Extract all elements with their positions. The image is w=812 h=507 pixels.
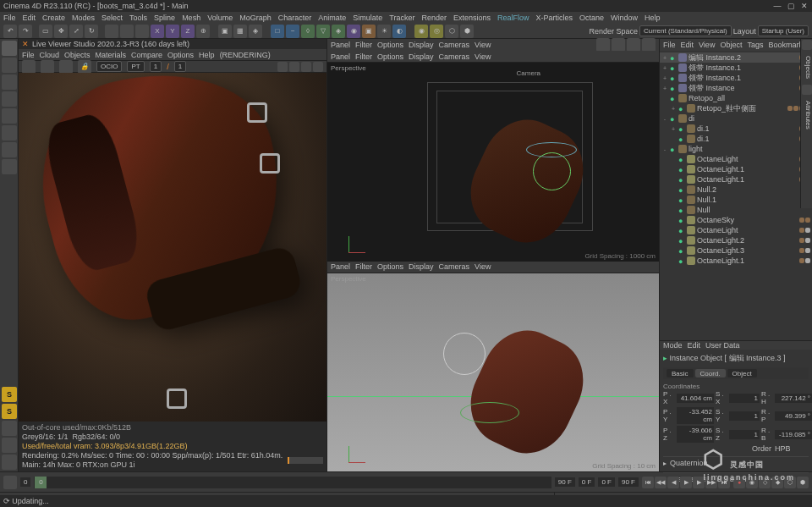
generator-button[interactable]: ▽ [316,25,330,38]
visibility-icon[interactable]: ● [670,64,677,71]
lv-value[interactable]: 1 [174,61,186,72]
octane-button[interactable]: ◉ [414,25,428,38]
vp-menu-item[interactable]: Panel [331,262,350,271]
lv-menu-item[interactable]: Cloud [40,51,60,59]
xyz-tool[interactable]: Z [181,25,195,38]
visibility-icon[interactable]: ● [670,95,677,102]
snap-button[interactable] [2,438,17,453]
obj-menu-item[interactable]: File [663,41,676,49]
edge-mode-button[interactable] [2,108,17,124]
model-mode-button[interactable] [2,41,17,56]
lv-icon[interactable] [289,62,299,72]
lv-value[interactable]: 1 [150,61,162,72]
octane-button[interactable]: ◎ [430,25,443,38]
next-frame-button[interactable]: ▶ [693,477,705,488]
attributes-tab[interactable]: Attributes [801,97,812,133]
visibility-icon[interactable]: ● [678,156,685,163]
tree-row[interactable]: ●OctaneLight [660,154,812,164]
visibility-icon[interactable]: ● [678,176,685,183]
lv-menu-item[interactable]: (RENDERING) [220,51,271,59]
vp-menu-item[interactable]: Options [377,262,403,271]
goto-end-button[interactable]: ⏭ [718,477,730,488]
menu-edit[interactable]: Edit [23,14,36,22]
xyz-tool[interactable]: X [151,25,164,38]
lv-dropdown[interactable]: OCIO [96,61,122,72]
lv-menu-item[interactable]: Objects [64,51,91,59]
obj-menu-item[interactable]: Object [720,41,742,49]
autokey-button[interactable]: ◉ [746,477,758,488]
visibility-icon[interactable]: ● [670,85,677,91]
tree-row[interactable]: +●领带 Instance.1 [660,73,812,83]
coord-value[interactable]: 1 [729,430,760,439]
tag-icons[interactable] [799,238,810,243]
tag-icons[interactable] [799,228,810,233]
point-mode-button[interactable] [2,91,17,107]
tree-row[interactable]: ●Null.2 [660,185,812,195]
rotate-tool[interactable]: ↻ [85,25,98,38]
timeline-playhead[interactable]: 0 [35,477,47,488]
menu-realflow[interactable]: RealFlow [497,14,529,22]
visibility-icon[interactable]: ● [678,135,685,142]
move-tool[interactable]: ✥ [54,25,68,38]
workplane-button[interactable] [2,159,17,174]
next-key-button[interactable]: ▶▶ [705,477,717,488]
key-button[interactable]: ⬡ [784,477,796,488]
vp-nav-icon[interactable] [642,38,656,52]
lv-lock-icon[interactable]: 🔒 [78,60,91,74]
order-dropdown[interactable]: HPB [775,444,809,453]
lv-menu-item[interactable]: Materials [96,51,127,59]
menu-create[interactable]: Create [42,14,65,22]
tag-icons[interactable] [799,248,810,253]
tool-button[interactable] [135,25,149,38]
lv-menu-item[interactable]: File [22,51,35,59]
menu-render[interactable]: Render [421,14,447,22]
coord-value[interactable]: 227.142 ° [775,394,812,403]
key-button[interactable]: ◇ [759,477,771,488]
tool-button[interactable] [105,25,118,38]
tree-row[interactable]: +●领带 Instance [660,83,812,93]
lv-tool-button[interactable] [22,60,36,74]
lv-icon[interactable] [277,62,288,72]
play-button[interactable]: ▶ [680,477,692,488]
undo-button[interactable]: ↶ [3,25,17,38]
redo-button[interactable]: ↷ [19,25,32,38]
menu-spline[interactable]: Spline [154,14,175,22]
visibility-icon[interactable]: ● [678,105,685,112]
close-icon[interactable]: ✕ [22,40,29,48]
axis-mode-button[interactable] [2,74,17,90]
edge-icon[interactable] [802,85,812,95]
prev-key-button[interactable]: ◀◀ [655,477,667,488]
viewport-top[interactable]: Perspective Camera Grid Spacing : 1000 c… [327,63,659,262]
menu-modes[interactable]: Modes [72,14,95,22]
key-button[interactable]: ⬢ [797,477,809,488]
tree-row[interactable]: ●OctaneLight.3 [660,245,812,256]
lv-menu-item[interactable]: Help [199,51,215,59]
coord-value[interactable]: 1 [729,411,760,421]
menu-x-particles[interactable]: X-Particles [536,14,573,22]
vp-menu-item[interactable]: View [475,262,491,271]
tree-row[interactable]: +●di.1 [660,124,812,134]
poly-mode-button[interactable] [2,125,17,141]
tree-row[interactable]: ●OctaneLight [660,225,812,235]
prev-frame-button[interactable]: ◀ [667,477,679,488]
timeline-min[interactable]: 0 F [598,477,615,487]
tree-row[interactable]: -●light [660,144,812,154]
tree-row[interactable]: ●OctaneLight.1 [660,164,812,174]
field-button[interactable]: ◉ [347,25,360,38]
visibility-icon[interactable]: ● [670,146,677,152]
vp-menu-item[interactable]: Cameras [439,262,470,271]
scene-button[interactable]: ◐ [392,25,406,38]
vp-menu-item[interactable]: View [475,52,491,61]
visibility-icon[interactable]: ● [678,207,685,213]
menu-help[interactable]: Help [645,14,661,22]
render-space-dropdown[interactable]: Current (Standard/Physical) [639,25,732,36]
snap-button[interactable] [2,455,17,470]
lv-icon[interactable] [313,62,323,72]
vp-menu-item[interactable]: Display [409,262,434,271]
edge-icon[interactable] [802,40,812,50]
visibility-icon[interactable]: ● [670,115,677,122]
timeline-max[interactable]: 90 F [618,477,639,487]
object-tree[interactable]: +●编辑 Instance.2+●领带 Instance.1+●领带 Insta… [660,51,812,340]
select-tool[interactable]: ▭ [39,25,52,38]
timeline-cur[interactable]: 0 F [579,477,595,487]
